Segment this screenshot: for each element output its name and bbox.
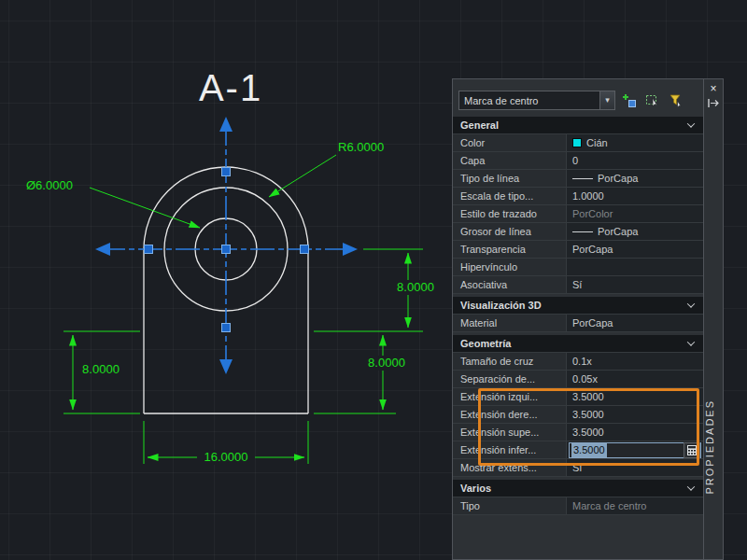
palette-main: Marca de centro ▾ <box>452 78 703 560</box>
lineweight-value: PorCapa <box>598 223 638 240</box>
dim-text-diameter: Ø6.0000 <box>26 178 73 192</box>
property-value[interactable]: PorCapa <box>567 241 703 258</box>
select-objects-icon <box>645 93 660 108</box>
quick-select-button[interactable] <box>666 91 685 110</box>
center-mark[interactable] <box>95 117 358 374</box>
property-label: Tipo <box>453 497 567 514</box>
property-grid: General Color Cián Capa 0 Tipo de línea <box>453 117 703 515</box>
section-title: Varios <box>460 483 491 494</box>
object-type-value: Marca de centro <box>459 95 599 106</box>
property-row-separacion: Separación de... 0.05x <box>453 371 703 388</box>
chevron-icon <box>687 483 695 490</box>
arrow-grip-bottom[interactable] <box>219 359 233 374</box>
property-label: Tamaño de cruz <box>453 353 567 370</box>
property-row-asociativa: Asociativa Sí <box>453 276 703 294</box>
grip-bottom[interactable] <box>222 324 231 332</box>
toggle-pickadd-button[interactable] <box>619 91 639 110</box>
extension-inferior-input[interactable]: 3.5000 <box>569 442 701 458</box>
property-label: Extensión supe... <box>453 424 567 441</box>
dimensions[interactable] <box>63 155 423 464</box>
dim-text-bottom: 16.0000 <box>204 450 248 464</box>
arrow-grip-right[interactable] <box>343 243 358 256</box>
auto-hide-button[interactable] <box>706 96 721 110</box>
object-type-dropdown[interactable]: Marca de centro ▾ <box>458 91 615 110</box>
dim-right-lower[interactable] <box>314 335 396 413</box>
property-label: Extensión dere... <box>453 406 567 423</box>
dim-text-right-upper: 8.0000 <box>397 280 434 294</box>
dim-text-right-lower: 8.0000 <box>368 356 405 370</box>
arrow-grip-top[interactable] <box>219 117 233 132</box>
property-value[interactable]: 3.5000 <box>567 388 703 405</box>
quick-calc-button[interactable] <box>684 442 700 458</box>
property-row-capa: Capa 0 <box>453 152 703 170</box>
color-value: Cián <box>586 134 608 151</box>
property-row-mostrar-extension: Mostrar extens... Sí <box>453 459 703 477</box>
property-row-extension-superior: Extensión supe... 3.5000 <box>453 424 703 441</box>
auto-hide-icon <box>708 98 719 108</box>
chevron-icon <box>687 300 695 307</box>
property-value[interactable]: 0 <box>567 152 703 169</box>
property-value[interactable]: 0.1x <box>567 353 703 370</box>
property-label: Transparencia <box>453 241 567 258</box>
section-header-geometria[interactable]: Geometría <box>453 335 703 353</box>
grip-left[interactable] <box>145 245 153 254</box>
property-row-material: Material PorCapa <box>453 315 703 332</box>
property-row-tipo: Tipo Marca de centro <box>453 497 703 515</box>
property-row-extension-inferior: Extensión infer... 3.5000 <box>453 441 703 459</box>
palette-header: Marca de centro ▾ <box>453 79 703 114</box>
property-label: Estilo de trazado <box>453 205 567 222</box>
property-label: Extensión izqui... <box>453 388 567 405</box>
chevron-down-icon[interactable]: ▾ <box>599 91 614 109</box>
property-value[interactable] <box>567 259 703 275</box>
palette-title: PROPIEDADES <box>704 399 723 494</box>
close-button[interactable]: × <box>706 82 721 96</box>
autocad-window: A-1 <box>0 0 747 560</box>
color-swatch-cyan <box>572 138 582 147</box>
property-value-edit: 3.5000 <box>567 441 703 458</box>
arrow-grip-left[interactable] <box>95 243 110 256</box>
dim-radius-leader[interactable] <box>269 155 336 197</box>
property-value[interactable]: 0.05x <box>567 371 703 387</box>
dim-text-radius: R6.0000 <box>338 140 384 154</box>
property-row-tipo-linea: Tipo de línea PorCapa <box>453 170 703 188</box>
grip-top[interactable] <box>222 168 231 176</box>
property-value[interactable]: 3.5000 <box>567 406 703 423</box>
dim-text-left: 8.0000 <box>82 362 120 376</box>
section-header-visualizacion-3d[interactable]: Visualización 3D <box>453 297 703 315</box>
chevron-icon <box>687 338 695 345</box>
section-header-general[interactable]: General <box>453 117 703 134</box>
selected-text: 3.5000 <box>571 443 607 457</box>
select-objects-button[interactable] <box>642 91 662 110</box>
property-label: Hipervínculo <box>453 259 567 275</box>
palette-title-bar[interactable]: × PROPIEDADES <box>703 78 724 560</box>
property-row-tamano-cruz: Tamaño de cruz 0.1x <box>453 353 703 371</box>
property-label: Capa <box>453 152 567 169</box>
property-value[interactable]: Sí <box>567 459 703 476</box>
property-label: Grosor de línea <box>453 223 567 240</box>
property-label: Mostrar extens... <box>453 459 567 476</box>
property-value: PorColor <box>567 205 703 222</box>
property-value[interactable]: 1.0000 <box>567 188 703 204</box>
properties-palette: Marca de centro ▾ <box>452 78 724 560</box>
property-value[interactable]: Sí <box>567 276 703 293</box>
property-row-grosor-linea: Grosor de línea PorCapa <box>453 223 703 241</box>
property-label: Separación de... <box>453 371 567 387</box>
property-value[interactable]: 3.5000 <box>567 424 703 441</box>
section-title: Visualización 3D <box>460 300 542 311</box>
property-label: Material <box>453 315 567 331</box>
section-header-varios[interactable]: Varios <box>453 480 703 497</box>
chevron-icon <box>687 119 695 127</box>
property-label: Color <box>453 134 567 151</box>
property-value: Marca de centro <box>567 497 703 514</box>
dim-diameter-leader[interactable] <box>90 188 200 228</box>
property-value[interactable]: Cián <box>567 134 703 151</box>
grip-right[interactable] <box>301 245 309 254</box>
property-value[interactable]: PorCapa <box>567 315 703 331</box>
property-row-extension-derecha: Extensión dere... 3.5000 <box>453 406 703 424</box>
property-value[interactable]: PorCapa <box>567 223 703 240</box>
property-label: Tipo de línea <box>453 170 567 187</box>
lineweight-glyph-icon <box>572 231 593 232</box>
property-value[interactable]: PorCapa <box>567 170 703 187</box>
property-row-estilo-trazado: Estilo de trazado PorColor <box>453 205 703 223</box>
grip-center[interactable] <box>222 245 231 254</box>
